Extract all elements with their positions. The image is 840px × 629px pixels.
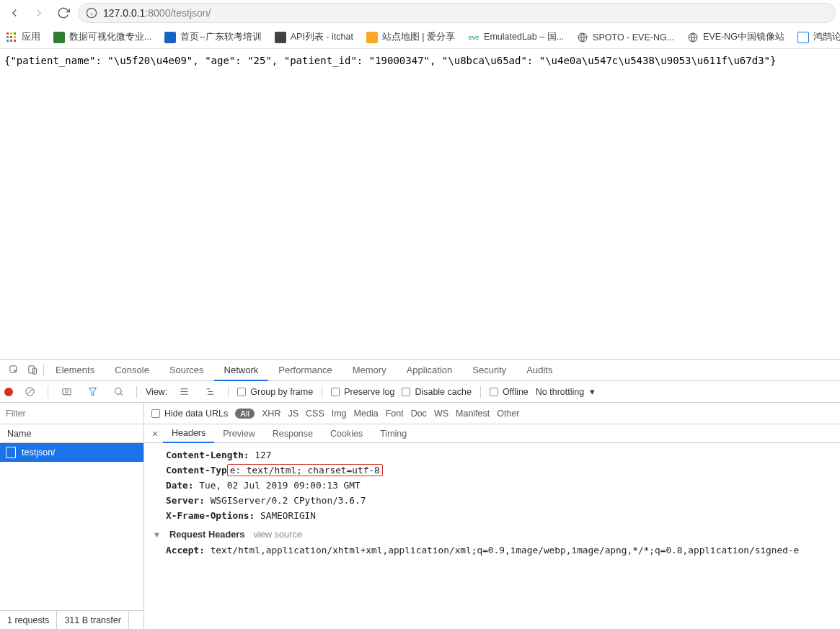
response-header-row: X-Frame-Options: SAMEORIGIN	[153, 508, 831, 523]
search-icon[interactable]	[109, 383, 128, 401]
bookmark-item[interactable]: eveEmulatedLab – 国...	[468, 31, 564, 43]
svg-point-22	[115, 388, 121, 395]
favicon-icon	[797, 32, 809, 43]
filter-js[interactable]: JS	[288, 409, 299, 419]
bookmark-item[interactable]: EVE-NG中国镜像站	[687, 31, 784, 43]
svg-point-20	[65, 391, 68, 393]
response-header-row: Date: Tue, 02 Jul 2019 09:00:13 GMT	[153, 478, 831, 493]
response-header-row: Content-Type: text/html; charset=utf-8	[153, 463, 831, 478]
close-detail-button[interactable]: ×	[147, 428, 163, 440]
network-filter-bar: Hide data URLs All XHR JS CSS Img Media …	[0, 403, 840, 424]
filter-all[interactable]: All	[235, 409, 255, 419]
filter-img[interactable]: Img	[332, 409, 347, 419]
filter-css[interactable]: CSS	[306, 409, 324, 419]
site-info-icon[interactable]	[86, 7, 97, 19]
detail-scroll[interactable]: Content-Length: 127 Content-Type: text/h…	[144, 443, 840, 629]
network-options-bar: View: Group by frame Preserve log Disabl…	[0, 381, 840, 403]
tab-network[interactable]: Network	[214, 360, 269, 381]
bookmark-item[interactable]: 首页--广东软考培训	[164, 31, 261, 43]
detail-tabs: × Headers Preview Response Cookies Timin…	[144, 424, 840, 443]
detail-tab-timing[interactable]: Timing	[371, 424, 415, 442]
network-body: Name testjson/ 1 requests 311 B transfer…	[0, 424, 840, 629]
bookmarks-bar: 应用 数据可视化微专业... 首页--广东软考培训 API列表 - itchat…	[0, 26, 840, 49]
filter-xhr[interactable]: XHR	[262, 409, 280, 419]
svg-rect-7	[10, 36, 12, 38]
apps-button[interactable]: 应用	[6, 31, 40, 43]
svg-line-23	[120, 393, 123, 396]
hide-data-urls-checkbox[interactable]: Hide data URLs	[151, 409, 228, 419]
clear-button[interactable]	[20, 383, 39, 401]
svg-marker-21	[89, 388, 96, 396]
svg-rect-5	[14, 32, 16, 35]
request-header-row: Accept: text/html,application/xhtml+xml,…	[153, 543, 831, 558]
detail-tab-response[interactable]: Response	[264, 424, 322, 442]
bookmark-item[interactable]: API列表 - itchat	[275, 31, 353, 43]
filter-other[interactable]: Other	[497, 409, 519, 419]
response-header-row: Content-Length: 127	[153, 447, 831, 463]
waterfall-icon[interactable]	[200, 383, 219, 401]
detail-tab-preview[interactable]: Preview	[214, 424, 263, 442]
bookmark-item[interactable]: 鸿鹄论坛	[797, 31, 840, 43]
request-headers-section[interactable]: ▼ Request Headers view source	[153, 523, 831, 543]
response-header-row: Server: WSGIServer/0.2 CPython/3.6.7	[153, 493, 831, 508]
request-list: Name testjson/ 1 requests 311 B transfer	[0, 424, 144, 629]
svg-rect-6	[6, 36, 9, 38]
devtools-panel: Elements Console Sources Network Perform…	[0, 359, 840, 629]
apps-label: 应用	[22, 31, 40, 43]
view-label: View:	[146, 387, 167, 397]
device-toggle-icon[interactable]	[23, 361, 42, 380]
url-text: 127.0.0.1:8000/testjson/	[103, 7, 211, 19]
offline-checkbox[interactable]: Offline	[490, 387, 529, 397]
tab-memory[interactable]: Memory	[342, 360, 397, 380]
capture-screenshots-icon[interactable]	[57, 383, 76, 401]
detail-tab-cookies[interactable]: Cookies	[322, 424, 371, 442]
reload-button[interactable]	[53, 3, 74, 23]
filter-manifest[interactable]: Manifest	[456, 409, 490, 419]
filter-icon[interactable]	[83, 383, 102, 401]
preserve-log-checkbox[interactable]: Preserve log	[331, 387, 394, 397]
group-by-frame-checkbox[interactable]: Group by frame	[237, 387, 313, 397]
filter-doc[interactable]: Doc	[411, 409, 427, 419]
tab-security[interactable]: Security	[462, 360, 516, 380]
favicon-icon	[164, 32, 176, 43]
favicon-icon: eve	[468, 32, 479, 43]
apps-icon	[6, 32, 17, 43]
svg-rect-11	[14, 40, 16, 42]
filter-media[interactable]: Media	[354, 409, 379, 419]
filter-font[interactable]: Font	[386, 409, 404, 419]
tab-sources[interactable]: Sources	[159, 360, 214, 380]
filter-ws[interactable]: WS	[434, 409, 448, 419]
browser-toolbar: 127.0.0.1:8000/testjson/	[0, 0, 840, 26]
tab-console[interactable]: Console	[105, 360, 159, 380]
tab-performance[interactable]: Performance	[268, 360, 342, 380]
request-row[interactable]: testjson/	[0, 443, 143, 462]
tab-elements[interactable]: Elements	[45, 360, 105, 380]
forward-button[interactable]	[29, 3, 49, 23]
filter-input[interactable]	[0, 403, 144, 424]
record-button[interactable]	[4, 388, 13, 396]
svg-rect-10	[10, 40, 12, 42]
bookmark-item[interactable]: SPOTO - EVE-NG...	[577, 32, 674, 43]
svg-line-18	[27, 389, 32, 395]
svg-rect-15	[28, 366, 34, 373]
large-rows-icon[interactable]	[174, 383, 193, 401]
detail-tab-headers[interactable]: Headers	[163, 425, 214, 443]
svg-rect-9	[6, 40, 9, 42]
chevron-down-icon: ▼	[153, 530, 161, 539]
address-bar[interactable]: 127.0.0.1:8000/testjson/	[78, 3, 836, 23]
throttling-select[interactable]: No throttling ▾	[536, 386, 595, 397]
favicon-icon	[366, 32, 378, 43]
bookmark-item[interactable]: 数据可视化微专业...	[53, 31, 151, 43]
tab-audits[interactable]: Audits	[516, 360, 562, 380]
bookmark-item[interactable]: 站点地图 | 爱分享	[366, 31, 455, 43]
column-name[interactable]: Name	[0, 424, 143, 443]
disable-cache-checkbox[interactable]: Disable cache	[402, 387, 472, 397]
svg-rect-4	[10, 32, 12, 35]
back-button[interactable]	[4, 3, 25, 23]
page-content: {"patient_name": "\u5f20\u4e09", "age": …	[0, 49, 840, 359]
tab-application[interactable]: Application	[397, 360, 463, 380]
svg-rect-8	[14, 36, 16, 38]
inspect-icon[interactable]	[4, 361, 23, 380]
view-source-link[interactable]: view source	[253, 529, 302, 540]
devtools-tabs: Elements Console Sources Network Perform…	[0, 360, 840, 381]
